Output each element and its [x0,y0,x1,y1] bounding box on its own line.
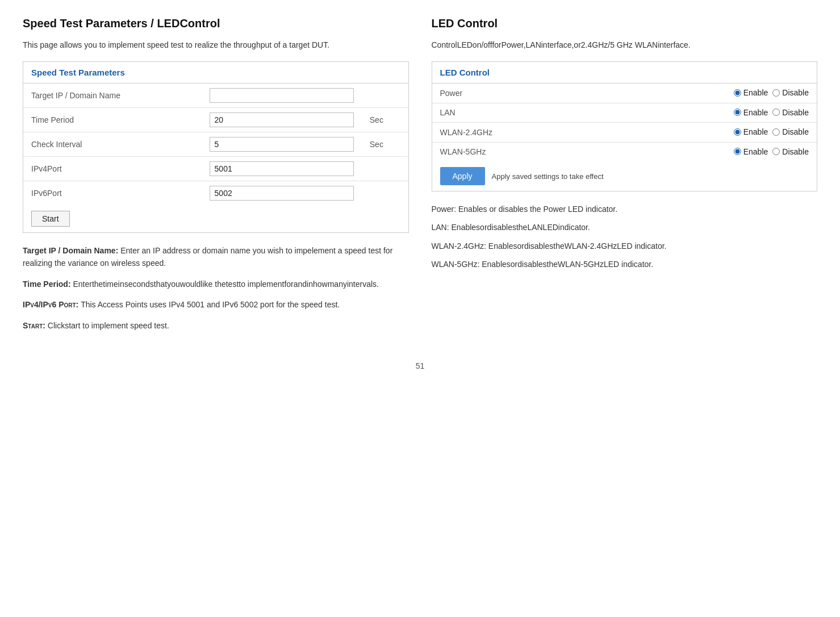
right-desc-block-2: WLAN-2.4GHz: EnablesordisablestheWLAN-2.… [432,240,818,252]
param-input-ipv6port[interactable] [210,186,354,201]
led-row: Power Enable Disable [432,84,817,103]
led-table: Power Enable DisableLAN Enable DisableWL… [432,84,817,161]
param-label: IPv4Port [23,157,202,181]
led-enable-label[interactable]: Enable [734,88,768,97]
params-row: Check IntervalSec [23,132,408,157]
start-row: Start [23,205,408,232]
param-input-check-interval[interactable] [210,137,354,152]
right-desc-label: Power: [432,205,458,214]
led-enable-radio[interactable] [734,109,741,116]
led-radio-group: Enable Disable [734,127,809,136]
left-desc-block-1: Time Period: Enterthetimeinsecondsthatyo… [23,278,409,290]
right-desc-blocks: Power: Enables or disables the Power LED… [432,203,818,271]
left-title: Speed Test Parameters / LEDControl [23,17,409,30]
param-input-time-period[interactable] [210,112,354,127]
led-radio-group: Enable Disable [734,88,809,97]
param-unit [362,84,408,108]
led-label: Power [432,84,523,103]
right-desc-block-0: Power: Enables or disables the Power LED… [432,203,818,215]
led-box-title: LED Control [432,62,817,84]
led-disable-label[interactable]: Disable [772,88,809,97]
led-radio-group: Enable Disable [734,147,809,156]
params-row: IPv4Port [23,157,408,181]
led-disable-label[interactable]: Disable [772,127,809,136]
apply-button[interactable]: Apply [440,167,485,185]
led-label: LAN [432,103,523,123]
page-footer: 51 [23,361,817,370]
led-disable-label[interactable]: Disable [772,108,809,117]
param-input-target-ip-/-domain-name[interactable] [210,88,354,103]
params-table: Target IP / Domain NameTime PeriodSecChe… [23,84,408,205]
speed-test-params-box: Speed Test Parameters Target IP / Domain… [23,61,409,233]
right-desc-label: WLAN-5GHz: [432,260,482,269]
param-unit: Sec [362,108,408,132]
led-disable-radio[interactable] [772,128,780,136]
led-disable-radio[interactable] [772,148,780,155]
param-unit [362,157,408,181]
right-desc-label: LAN: [432,223,452,232]
params-row: IPv6Port [23,181,408,206]
left-desc-block-0: Target IP / Domain Name: Enter an IP add… [23,244,409,270]
led-description: ControlLEDon/offforPower,LANinterface,or… [432,39,818,51]
left-desc-block-3: Start: Clickstart to implement speed tes… [23,319,409,332]
desc-label: Start: [23,321,48,330]
param-unit: Sec [362,132,408,157]
apply-note: Apply saved settings to take effect [492,172,604,181]
params-row: Time PeriodSec [23,108,408,132]
led-enable-radio[interactable] [734,128,741,136]
led-enable-label[interactable]: Enable [734,127,768,136]
right-desc-block-3: WLAN-5GHz: EnablesordisablestheWLAN-5GHz… [432,258,818,270]
led-control-box: LED Control Power Enable DisableLAN Enab… [432,61,818,191]
led-row: WLAN-2.4GHz Enable Disable [432,123,817,143]
led-label: WLAN-5GHz [432,142,523,161]
led-enable-label[interactable]: Enable [734,108,768,117]
start-button[interactable]: Start [31,211,70,227]
apply-row: Apply Apply saved settings to take effec… [432,161,817,191]
left-column: Speed Test Parameters / LEDControl This … [23,17,409,339]
left-description: This page allows you to implement speed … [23,39,409,51]
left-desc-block-2: IPv4/IPv6 Port: This Access Points uses … [23,298,409,311]
right-column: LED Control ControlLEDon/offforPower,LAN… [432,17,818,339]
right-desc-label: WLAN-2.4GHz: [432,241,488,251]
led-disable-label[interactable]: Disable [772,147,809,156]
desc-label: Target IP / Domain Name: [23,246,120,255]
right-desc-block-1: LAN: EnablesordisablestheLANLEDindicator… [432,221,818,234]
led-row: WLAN-5GHz Enable Disable [432,142,817,161]
led-label: WLAN-2.4GHz [432,123,523,143]
param-input-ipv4port[interactable] [210,161,354,176]
param-label: Time Period [23,108,202,132]
led-enable-radio[interactable] [734,89,741,97]
desc-label: Time Period: [23,280,73,289]
params-box-title: Speed Test Parameters [23,62,408,84]
led-row: LAN Enable Disable [432,103,817,123]
param-unit [362,181,408,206]
param-label: Check Interval [23,132,202,157]
left-desc-blocks: Target IP / Domain Name: Enter an IP add… [23,244,409,332]
right-title: LED Control [432,17,818,30]
led-enable-radio[interactable] [734,148,741,155]
led-disable-radio[interactable] [772,109,780,116]
page-number: 51 [416,361,425,370]
led-enable-label[interactable]: Enable [734,147,768,156]
led-disable-radio[interactable] [772,89,780,97]
param-label: IPv6Port [23,181,202,206]
params-row: Target IP / Domain Name [23,84,408,108]
desc-label: IPv4/IPv6 Port: [23,300,81,309]
param-label: Target IP / Domain Name [23,84,202,108]
led-radio-group: Enable Disable [734,108,809,117]
